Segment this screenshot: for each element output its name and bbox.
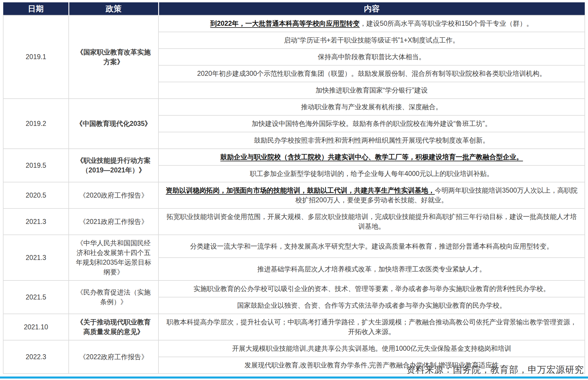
policy-cell: 《国家职业教育改革实施方案》 (69, 15, 158, 99)
policy-cell: 《中华人民共和国国民经济和社会发展第十四个五年规划和2035年远景目标纲要》 (69, 235, 158, 280)
content-cell: 国家鼓励企业以独资、合资、合作等方式依法举办或者参与举办实施职业教育的民办学校。 (158, 297, 585, 314)
content-cell: 拓宽职业技能培训资金使用范围，开展大规模、多层次职业技能培训，完成职业技能提升和… (158, 208, 585, 235)
content-text: 国家鼓励企业以独资、合资、合作等方式依法举办或者参与举办实施职业教育的民办学校。 (237, 302, 506, 309)
date-cell: 2021.3 (3, 235, 69, 280)
policy-cell: 《关于推动现代职业教育高质量发展的意见》 (69, 314, 158, 340)
content-text: 开展大规模职业技能培训,共建共享公共实训基地。使用1000亿元失业保险基金支持稳… (232, 345, 511, 352)
content-cell: 加快建设中国特色海外国际学校。鼓励有条件的职业院校在海外建设“鲁班工坊”。 (158, 115, 585, 132)
highlighted-text: 到2022年，一大批普通本科高等学校向应用型转变 (210, 20, 360, 27)
policy-cell: 《2020政府工作报告》 (69, 182, 158, 208)
policy-cell: 《民办教育促进法（实施条例）》 (69, 280, 158, 314)
content-text: ，建设50所高水平高等职业学校和150个骨干专业（群）。 (360, 20, 533, 27)
table-row: 2019.2《中国教育现代化2035》推动职业教育与产业发展有机衔接、深度融合。 (3, 99, 585, 115)
content-cell: 启动“学历证书+若干职业技能等级证书”1+X制度试点工作。 (158, 32, 585, 49)
bottom-accent-bar (0, 376, 588, 379)
date-cell: 2020.5 (3, 182, 69, 208)
policy-table-body: 2019.1《国家职业教育改革实施方案》到2022年，一大批普通本科高等学校向应… (3, 15, 585, 374)
content-text: 加快推进职业教育国家“学分银行”建设 (315, 86, 427, 94)
content-text: 鼓励民办学校按照非营利性和营利性两种组织属性开展现代学校制度改革创新。 (254, 136, 489, 144)
table-row: 2021.5《民办教育促进法（实施条例）》实施职业教育的公办学校可以吸引企业的资… (3, 280, 585, 297)
date-cell: 2019.5 (3, 149, 69, 182)
table-row: 2020.5《2020政府工作报告》资助以训稳岗拓岗，加强面向市场的技能培训，鼓… (3, 182, 585, 208)
content-text: 推动职业教育与产业发展有机衔接、深度融合。 (301, 103, 442, 111)
content-cell: 到2022年，一大批普通本科高等学校向应用型转变，建设50所高水平高等职业学校和… (158, 15, 585, 32)
date-cell: 2022.3 (3, 340, 69, 374)
content-text: 分类建设一流大学和一流学科，支持发展高水平研究型大学。建设高质量本科教育，推进部… (190, 242, 553, 250)
content-cell: 鼓励民办学校按照非营利性和营利性两种组织属性开展现代学校制度改革创新。 (158, 132, 585, 149)
policy-table: 日期 政策 内容 2019.1《国家职业教育改革实施方案》到2022年，一大批普… (3, 2, 585, 374)
date-cell: 2019.2 (3, 99, 69, 149)
date-cell: 2021.5 (3, 280, 69, 314)
policy-cell: 《职业技能提升行动方案（2019—2021年）》 (69, 149, 158, 182)
content-text: 推进基础学科高层次人才培养模式改革，加快培养理工农医类专业紧缺人才。 (257, 265, 486, 273)
content-text: 拓宽职业技能培训资金使用范围，开展大规模、多层次职业技能培训，完成职业技能提升和… (167, 213, 577, 230)
content-text: 启动“学历证书+若干职业技能等级证书”1+X制度试点工作。 (284, 36, 459, 44)
date-cell: 2021.10 (3, 314, 69, 340)
date-cell: 2019.1 (3, 15, 69, 99)
content-text: 保持高中阶段教育职普比大体相当。 (318, 53, 425, 61)
content-cell: 开展大规模职业技能培训,共建共享公共实训基地。使用1000亿元失业保险基金支持稳… (158, 340, 585, 357)
table-row: 2021.10《关于推动现代职业教育高质量发展的意见》职教本科提高办学层次，提升… (3, 314, 585, 340)
policy-cell: 《2022政府工作报告》 (69, 340, 158, 374)
content-cell: 推进基础学科高层次人才培养模式改革，加快培养理工农医类专业紧缺人才。 (158, 258, 585, 280)
column-header-policy: 政策 (69, 2, 158, 15)
content-cell: 职工参加企业新型学徒制培训的，给予企业每人每年4000元以上的职业培训补贴。 (158, 165, 585, 182)
highlighted-text: 鼓励企业与职业院校（含技工院校）共建实训中心、教学工厂等，积极建设培育一批产教融… (220, 153, 523, 161)
content-cell: 2020年初步建成300个示范性职业教育集团（联盟）。鼓励发展股份制、混合所有制… (158, 65, 585, 82)
column-header-content: 内容 (158, 2, 585, 15)
source-note: 资料来源：国务院，教育部，申万宏源研究 (406, 364, 584, 376)
content-cell: 实施职业教育的公办学校可以吸引企业的资本、技术、管理等要素，举办或者参与举办实施… (158, 280, 585, 297)
policy-cell: 《2021政府工作报告》 (69, 208, 158, 235)
table-row: 2019.5《职业技能提升行动方案（2019—2021年）》鼓励企业与职业院校（… (3, 149, 585, 165)
content-text: 职工参加企业新型学徒制培训的，给予企业每人每年4000元以上的职业培训补贴。 (250, 170, 493, 177)
highlighted-text: 资助以训稳岗拓岗，加强面向市场的技能培训，鼓励以工代训，共建共享生产性实训基地， (166, 186, 435, 194)
content-cell: 职教本科提高办学层次，提升社会认可；中职高考打通升学路径，扩大生源规模；产教融合… (158, 314, 585, 340)
table-row: 2022.3《2022政府工作报告》开展大规模职业技能培训,共建共享公共实训基地… (3, 340, 585, 357)
date-cell: 2021.3 (3, 208, 69, 235)
content-cell: 保持高中阶段教育职普比大体相当。 (158, 49, 585, 65)
policy-cell: 《中国教育现代化2035》 (69, 99, 158, 149)
content-cell: 资助以训稳岗拓岗，加强面向市场的技能培训，鼓励以工代训，共建共享生产性实训基地，… (158, 182, 585, 208)
content-text: 职教本科提高办学层次，提升社会认可；中职高考打通升学路径，扩大生源规模；产教融合… (167, 318, 577, 336)
content-text: 加快建设中国特色海外国际学校。鼓励有条件的职业院校在海外建设“鲁班工坊”。 (252, 120, 492, 127)
content-text: 2020年初步建成300个示范性职业教育集团（联盟）。鼓励发展股份制、混合所有制… (197, 70, 546, 77)
table-row: 2021.3《中华人民共和国国民经济和社会发展第十四个五年规划和2035年远景目… (3, 235, 585, 258)
header-row: 日期 政策 内容 (3, 2, 585, 15)
column-header-date: 日期 (3, 2, 69, 15)
content-text: 实施职业教育的公办学校可以吸引企业的资本、技术、管理等要素，举办或者参与举办实施… (194, 285, 550, 292)
table-row: 2019.1《国家职业教育改革实施方案》到2022年，一大批普通本科高等学校向应… (3, 15, 585, 32)
content-cell: 加快推进职业教育国家“学分银行”建设 (158, 82, 585, 99)
content-cell: 推动职业教育与产业发展有机衔接、深度融合。 (158, 99, 585, 115)
content-cell: 分类建设一流大学和一流学科，支持发展高水平研究型大学。建设高质量本科教育，推进部… (158, 235, 585, 258)
content-cell: 鼓励企业与职业院校（含技工院校）共建实训中心、教学工厂等，积极建设培育一批产教融… (158, 149, 585, 165)
table-row: 2021.3《2021政府工作报告》拓宽职业技能培训资金使用范围，开展大规模、多… (3, 208, 585, 235)
